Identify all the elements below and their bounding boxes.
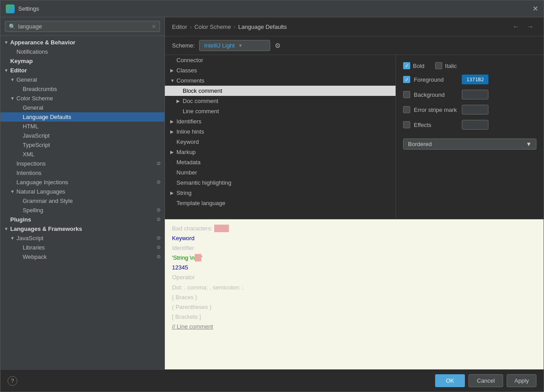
libraries-badge: ⚙	[156, 245, 161, 250]
sidebar-item-keymap[interactable]: Keymap	[0, 56, 164, 66]
list-item-label: Template language	[176, 200, 390, 206]
preview-number: 12345	[172, 264, 188, 271]
sidebar-item-label: Plugins	[10, 216, 156, 223]
nav-forward-button[interactable]: →	[524, 22, 536, 32]
list-item[interactable]: ▼ Comments	[165, 75, 396, 86]
action-buttons: OK Cancel Apply	[435, 374, 536, 387]
scheme-gear-button[interactable]: ⚙	[275, 42, 280, 50]
sidebar-item-inspections[interactable]: Inspections ⚙	[0, 159, 164, 168]
sidebar-item-html[interactable]: HTML	[0, 122, 164, 131]
preview-string: 'String \n	[172, 254, 195, 261]
sidebar-item-breadcrumbs[interactable]: Breadcrumbs	[0, 84, 164, 94]
list-item[interactable]: Line comment	[165, 106, 396, 116]
foreground-checkbox[interactable]: ✓	[403, 76, 410, 83]
sidebar-item-language-injections[interactable]: Language Injections ⚙	[0, 178, 164, 187]
preview-line: Bad characters: ????	[172, 224, 536, 234]
bold-italic-row: ✓ Bold Italic	[403, 62, 536, 69]
title-bar: Settings ✕	[0, 0, 544, 17]
sidebar-item-javascript[interactable]: JavaScript	[0, 131, 164, 140]
js2-badge: ⚙	[156, 235, 161, 241]
list-item[interactable]: ▶ Identifiers	[165, 116, 396, 127]
sidebar-item-grammar-style[interactable]: Grammar and Style	[0, 196, 164, 206]
list-item-block-comment[interactable]: Block comment	[165, 86, 396, 96]
sidebar-item-typescript[interactable]: TypeScript	[0, 140, 164, 150]
list-item[interactable]: Connector	[165, 55, 396, 65]
error-stripe-color-swatch[interactable]	[462, 105, 488, 115]
italic-checkbox[interactable]: Italic	[435, 62, 457, 69]
list-item[interactable]: ▶ Markup	[165, 147, 396, 157]
sidebar-item-label: TypeScript	[23, 142, 161, 148]
preview-line: Dot: . comma: , semicolon: ;	[172, 283, 536, 293]
arrow-icon: ▶	[170, 190, 176, 195]
sidebar-item-language-defaults[interactable]: Language Defaults	[0, 112, 164, 122]
list-item[interactable]: Number	[165, 167, 396, 178]
foreground-color-swatch[interactable]: 1371B2	[462, 75, 488, 84]
arrow-icon: ▶	[170, 129, 176, 134]
help-button[interactable]: ?	[8, 376, 17, 386]
sidebar-item-plugins[interactable]: Plugins ⚙	[0, 215, 164, 224]
cancel-button[interactable]: Cancel	[468, 374, 503, 387]
effects-checkbox[interactable]	[403, 121, 410, 128]
list-item[interactable]: ▶ Doc comment	[165, 96, 396, 106]
clear-icon[interactable]: ✕	[152, 24, 156, 30]
settings-dialog: Settings ✕ 🔍 ✕ ▼ Appearance & Behavior	[0, 0, 544, 392]
color-list: Connector ▶ Classes ▼ Comments Block	[165, 55, 396, 219]
editor-area: Connector ▶ Classes ▼ Comments Block	[165, 55, 544, 369]
sidebar-item-spelling[interactable]: Spelling ⚙	[0, 206, 164, 215]
error-stripe-checkbox[interactable]	[403, 106, 410, 113]
sidebar-item-libraries[interactable]: Libraries ⚙	[0, 243, 164, 252]
close-button[interactable]: ✕	[532, 4, 538, 13]
nav-back-button[interactable]: ←	[510, 22, 522, 32]
list-item[interactable]: ▶ Inline hints	[165, 127, 396, 137]
effects-type-label: Bordered	[408, 141, 432, 147]
breadcrumb: Editor › Color Scheme › Language Default…	[172, 24, 287, 30]
preview-keyword: Keyword	[172, 235, 195, 242]
preview-operator: Operator	[172, 274, 195, 281]
preview-line: ( Parentheses )	[172, 302, 536, 312]
preview-line: 12345	[172, 263, 536, 273]
background-checkbox[interactable]	[403, 91, 410, 98]
preview-line-comment: // Line comment	[172, 323, 213, 330]
effects-checkbox-box	[403, 121, 410, 128]
sidebar-item-webpack[interactable]: Webpack ⚙	[0, 252, 164, 261]
spelling-badge: ⚙	[156, 207, 161, 213]
arrow-icon: ▼	[10, 96, 16, 101]
title-bar-left: Settings	[6, 4, 39, 13]
bold-checkbox[interactable]: ✓ Bold	[403, 62, 424, 69]
list-item[interactable]: ▶ String	[165, 188, 396, 198]
sidebar-item-general2[interactable]: General	[0, 103, 164, 112]
sidebar-item-editor[interactable]: ▼ Editor	[0, 66, 164, 75]
sidebar-item-intentions[interactable]: Intentions	[0, 168, 164, 178]
sidebar-item-natural-languages[interactable]: ▼ Natural Languages	[0, 187, 164, 196]
preview-line: 'String \n\?'	[172, 253, 536, 263]
background-color-swatch[interactable]	[462, 90, 488, 99]
sidebar-item-label: Intentions	[16, 170, 161, 176]
sidebar-item-appearance[interactable]: ▼ Appearance & Behavior	[0, 38, 164, 47]
sidebar-item-color-scheme[interactable]: ▼ Color Scheme	[0, 94, 164, 103]
list-item[interactable]: Metadata	[165, 157, 396, 167]
preview-line: Keyword	[172, 234, 536, 243]
sidebar-item-general[interactable]: ▼ General	[0, 75, 164, 84]
list-item-label: Doc comment	[183, 98, 390, 104]
sidebar-item-label: Natural Languages	[16, 188, 161, 195]
search-input[interactable]	[18, 23, 149, 30]
sidebar-item-javascript2[interactable]: ▼ JavaScript ⚙	[0, 234, 164, 243]
preview-brackets: [ Brackets ]	[172, 313, 201, 320]
breadcrumb-editor: Editor	[172, 24, 187, 30]
sidebar-item-label: General	[16, 76, 161, 83]
sidebar-item-notifications[interactable]: Notifications	[0, 47, 164, 56]
scheme-select[interactable]: IntelliJ Light ▼	[199, 40, 270, 51]
sidebar-item-languages-frameworks[interactable]: ▼ Languages & Frameworks	[0, 224, 164, 234]
arrow-icon: ▼	[170, 78, 176, 83]
list-item-label: Semantic highlighting	[176, 179, 390, 186]
preview-line: Identifier	[172, 243, 536, 253]
effects-color-swatch[interactable]	[462, 120, 488, 130]
sidebar-item-xml[interactable]: XML	[0, 150, 164, 159]
ok-button[interactable]: OK	[435, 374, 465, 387]
list-item[interactable]: Keyword	[165, 137, 396, 147]
list-item[interactable]: Template language	[165, 198, 396, 208]
list-item[interactable]: Semantic highlighting	[165, 178, 396, 188]
apply-button[interactable]: Apply	[507, 374, 536, 387]
list-item[interactable]: ▶ Classes	[165, 65, 396, 75]
effects-type-dropdown[interactable]: Bordered ▼	[403, 139, 536, 150]
